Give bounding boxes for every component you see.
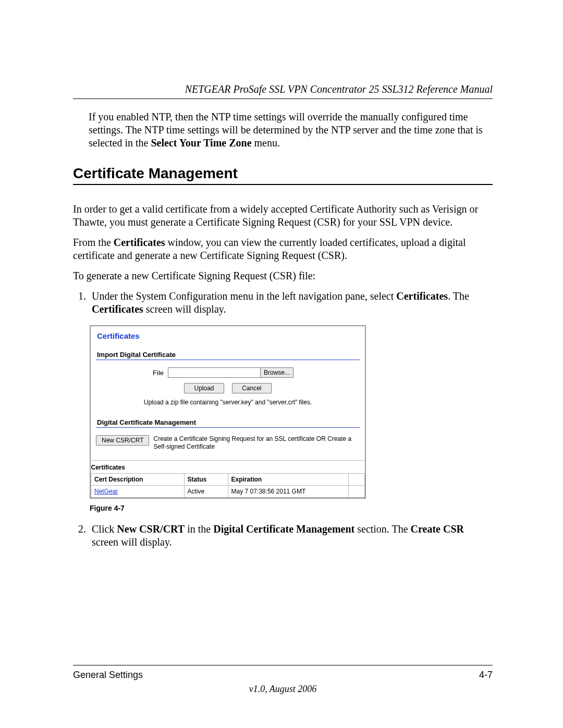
s2a: Click [92, 523, 117, 535]
file-label: File [96, 369, 168, 377]
browse-button[interactable]: Browse... [260, 367, 293, 378]
import-rule [96, 360, 360, 360]
footer-rule [73, 665, 493, 665]
s2b1: New CSR/CRT [117, 523, 185, 535]
s2b2: Digital Certificate Management [213, 523, 354, 535]
body-p1: In order to get a valid certificate from… [73, 203, 493, 229]
th-blank [348, 474, 365, 486]
s2e: screen will display. [92, 536, 172, 548]
s2c: in the [185, 523, 213, 535]
upload-helper-text: Upload a zip file containing "server.key… [96, 399, 360, 406]
upload-button[interactable]: Upload [184, 383, 224, 393]
running-header: NETGEAR ProSafe SSL VPN Concentrator 25 … [73, 83, 493, 95]
intro-text-b: menu. [252, 137, 280, 149]
section-heading: Certificate Management [73, 165, 493, 182]
cancel-button[interactable]: Cancel [232, 383, 271, 393]
section-rule [73, 184, 493, 185]
step-1: Under the System Configuration menu in t… [89, 290, 493, 316]
step-2: Click New CSR/CRT in the Digital Certifi… [89, 523, 493, 549]
s2b3: Create CSR [411, 523, 464, 535]
cert-link[interactable]: NetGear [94, 488, 118, 495]
table-section-row: Certificates [91, 461, 365, 474]
th-status: Status [184, 474, 228, 486]
body-p2-bold: Certificates [114, 237, 165, 248]
new-csr-button[interactable]: New CSR/CRT [96, 435, 149, 446]
cell-status: Active [184, 486, 228, 498]
table-section-label: Certificates [91, 461, 365, 474]
intro-text-a: If you enabled NTP, then the NTP time se… [89, 111, 483, 149]
dcm-description: Create a Certificate Signing Request for… [149, 435, 360, 451]
cell-expiration: May 7 07:38:56 2011 GMT [228, 486, 348, 498]
upload-cancel-row: Upload Cancel [96, 383, 360, 393]
dcm-row: New CSR/CRT Create a Certificate Signing… [96, 435, 360, 451]
steps-list-2: Click New CSR/CRT in the Digital Certifi… [73, 523, 493, 549]
header-rule [73, 98, 493, 99]
footer-right: 4-7 [479, 670, 493, 681]
table-header-row: Cert Description Status Expiration [91, 474, 365, 486]
body-p2a: From the [73, 237, 114, 248]
footer-left: General Settings [73, 670, 143, 681]
s1b2: Certificates [92, 303, 143, 315]
s1b1: Certificates [396, 290, 448, 302]
intro-paragraph: If you enabled NTP, then the NTP time se… [89, 110, 493, 150]
s1a: Under the System Configuration menu in t… [92, 290, 396, 302]
file-row: File Browse... [96, 367, 360, 378]
figure-caption: Figure 4-7 [90, 504, 493, 512]
cell-blank [348, 486, 365, 498]
s1d: screen will display. [143, 303, 226, 315]
dcm-rule [96, 427, 360, 428]
th-expiration: Expiration [228, 474, 348, 486]
footer-version: v1.0, August 2006 [73, 684, 493, 695]
body-p2: From the Certificates window, you can vi… [73, 236, 493, 262]
file-input[interactable] [168, 367, 261, 378]
s1c: . The [448, 290, 469, 302]
certificates-table: Certificates Cert Description Status Exp… [91, 460, 365, 498]
ui-title: Certificates [97, 331, 360, 340]
certificates-screenshot: Certificates Import Digital Certificate … [90, 325, 366, 499]
cell-cert-description: NetGear [91, 486, 185, 498]
steps-list: Under the System Configuration menu in t… [73, 290, 493, 316]
th-cert-description: Cert Description [91, 474, 185, 486]
page-footer: General Settings 4-7 v1.0, August 2006 [73, 665, 493, 695]
s2d: section. The [354, 523, 410, 535]
intro-bold: Select Your Time Zone [151, 137, 251, 149]
import-heading: Import Digital Certificate [97, 351, 360, 359]
table-row: NetGear Active May 7 07:38:56 2011 GMT [91, 486, 365, 498]
dcm-heading: Digital Certificate Management [97, 418, 360, 426]
body-p3: To generate a new Certificate Signing Re… [73, 269, 493, 282]
